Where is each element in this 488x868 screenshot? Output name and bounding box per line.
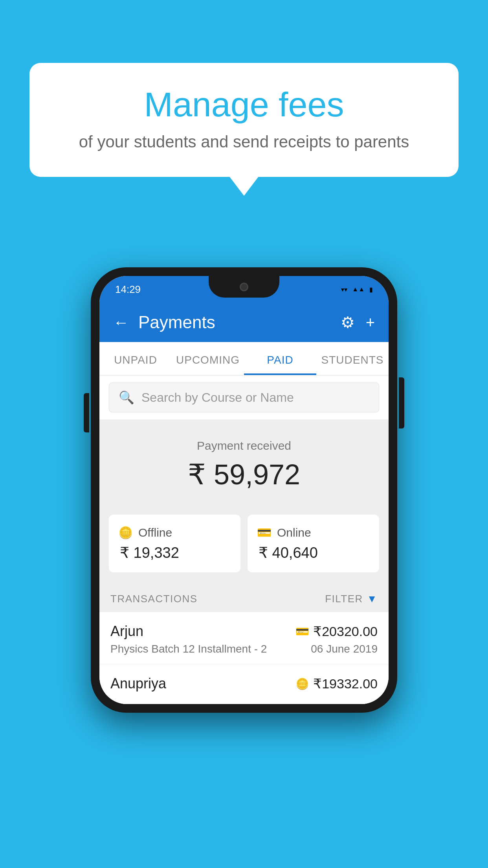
transactions-header: TRANSACTIONS FILTER ▼ <box>99 584 389 612</box>
battery-icon: ▮ <box>369 286 373 293</box>
app-title: Payments <box>138 313 331 332</box>
tab-upcoming[interactable]: UPCOMING <box>172 342 244 375</box>
offline-amount: ₹ 19,332 <box>120 544 231 561</box>
phone-screen: 14:29 ▾▾ ▲▲ ▮ ← Payments ⚙ + <box>99 276 389 704</box>
offline-card: 🪙 Offline ₹ 19,332 <box>109 515 240 572</box>
offline-card-header: 🪙 Offline <box>118 526 231 539</box>
amount-row: 🪙 ₹19332.00 <box>295 676 378 691</box>
filter-button[interactable]: FILTER ▼ <box>325 593 378 605</box>
search-bar[interactable]: 🔍 Search by Course or Name <box>109 383 379 412</box>
camera <box>240 283 248 291</box>
bubble-title: Manage fees <box>53 85 435 125</box>
student-name: Arjun <box>110 623 143 640</box>
transactions-label: TRANSACTIONS <box>110 593 198 605</box>
transaction-amount: ₹20320.00 <box>313 623 378 639</box>
search-container: 🔍 Search by Course or Name <box>99 375 389 419</box>
online-label: Online <box>277 526 311 539</box>
speech-bubble: Manage fees of your students and send re… <box>29 63 459 177</box>
search-icon: 🔍 <box>119 390 134 405</box>
search-input[interactable]: Search by Course or Name <box>141 390 294 405</box>
transaction-date: 06 June 2019 <box>311 643 378 655</box>
filter-label: FILTER <box>325 593 363 605</box>
phone-wrapper: 14:29 ▾▾ ▲▲ ▮ ← Payments ⚙ + <box>91 267 397 713</box>
settings-button[interactable]: ⚙ <box>341 313 355 331</box>
tab-unpaid[interactable]: UNPAID <box>99 342 172 375</box>
status-time: 14:29 <box>115 283 141 296</box>
transaction-row-top: Arjun 💳 ₹20320.00 <box>110 623 378 640</box>
online-card: 💳 Online ₹ 40,640 <box>248 515 379 572</box>
status-bar: 14:29 ▾▾ ▲▲ ▮ <box>99 276 389 303</box>
online-amount: ₹ 40,640 <box>259 544 370 561</box>
transaction-row-bottom: Physics Batch 12 Installment - 2 06 June… <box>110 643 378 655</box>
transaction-amount: ₹19332.00 <box>313 676 378 691</box>
tab-bar: UNPAID UPCOMING PAID STUDENTS <box>99 342 389 375</box>
tab-paid[interactable]: PAID <box>244 342 316 375</box>
payment-summary: Payment received ₹ 59,972 <box>99 419 389 515</box>
phone-frame: 14:29 ▾▾ ▲▲ ▮ ← Payments ⚙ + <box>91 267 397 713</box>
online-card-header: 💳 Online <box>257 526 370 539</box>
back-button[interactable]: ← <box>113 314 129 331</box>
course-info: Physics Batch 12 Installment - 2 <box>110 643 267 655</box>
offline-icon: 🪙 <box>118 526 133 539</box>
filter-icon: ▼ <box>367 593 378 605</box>
transaction-list: Arjun 💳 ₹20320.00 Physics Batch 12 Insta… <box>99 612 389 704</box>
status-icons: ▾▾ ▲▲ ▮ <box>341 286 373 293</box>
payment-total-amount: ₹ 59,972 <box>109 458 379 491</box>
wifi-icon: ▾▾ <box>341 286 347 293</box>
transaction-item[interactable]: Arjun 💳 ₹20320.00 Physics Batch 12 Insta… <box>99 612 389 664</box>
app-bar: ← Payments ⚙ + <box>99 303 389 342</box>
student-name: Anupriya <box>110 675 166 692</box>
notch <box>209 276 279 298</box>
tab-students[interactable]: STUDENTS <box>316 342 389 375</box>
transaction-item[interactable]: Anupriya 🪙 ₹19332.00 <box>99 664 389 704</box>
payment-received-label: Payment received <box>109 439 379 452</box>
signal-icon: ▲▲ <box>352 286 365 293</box>
app-bar-actions: ⚙ + <box>341 313 375 331</box>
add-button[interactable]: + <box>366 314 375 331</box>
offline-label: Offline <box>138 526 172 539</box>
online-payment-icon: 💳 <box>295 625 309 638</box>
bubble-subtitle: of your students and send receipts to pa… <box>53 132 435 151</box>
payment-cards: 🪙 Offline ₹ 19,332 💳 Online ₹ 40,640 <box>99 515 389 584</box>
online-icon: 💳 <box>257 526 272 539</box>
transaction-row-top: Anupriya 🪙 ₹19332.00 <box>110 675 378 692</box>
amount-row: 💳 ₹20320.00 <box>295 623 378 639</box>
offline-payment-icon: 🪙 <box>295 677 309 690</box>
